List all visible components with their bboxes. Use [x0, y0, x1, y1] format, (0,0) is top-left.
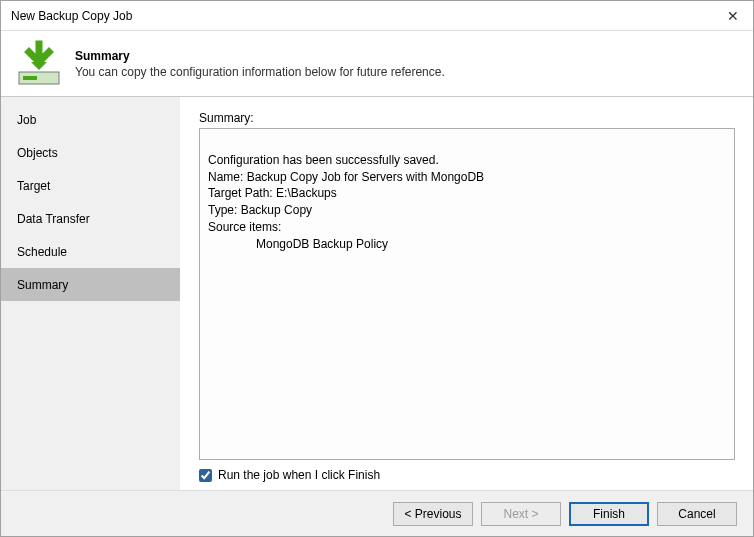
sidebar-item-label: Schedule: [17, 245, 67, 259]
main-panel: Summary: Configuration has been successf…: [181, 97, 753, 490]
previous-button[interactable]: < Previous: [393, 502, 473, 526]
run-on-finish-row: Run the job when I click Finish: [199, 468, 735, 482]
svg-rect-1: [23, 76, 37, 80]
sidebar-item-label: Job: [17, 113, 36, 127]
cancel-button[interactable]: Cancel: [657, 502, 737, 526]
wizard-header: Summary You can copy the configuration i…: [1, 31, 753, 97]
nav-sidebar: Job Objects Target Data Transfer Schedul…: [1, 97, 181, 490]
window-title: New Backup Copy Job: [11, 9, 132, 23]
summary-line: Source items:: [208, 220, 281, 234]
run-on-finish-checkbox[interactable]: [199, 469, 212, 482]
sidebar-item-objects[interactable]: Objects: [1, 136, 180, 169]
sidebar-item-target[interactable]: Target: [1, 169, 180, 202]
summary-line: Target Path: E:\Backups: [208, 186, 337, 200]
sidebar-item-job[interactable]: Job: [1, 103, 180, 136]
sidebar-item-data-transfer[interactable]: Data Transfer: [1, 202, 180, 235]
finish-button[interactable]: Finish: [569, 502, 649, 526]
summary-textbox[interactable]: Configuration has been successfully save…: [199, 128, 735, 460]
page-title: Summary: [75, 49, 739, 63]
close-icon[interactable]: ✕: [713, 2, 753, 30]
wizard-body: Job Objects Target Data Transfer Schedul…: [1, 97, 753, 490]
summary-label: Summary:: [199, 111, 735, 125]
button-bar: < Previous Next > Finish Cancel: [1, 490, 753, 536]
titlebar: New Backup Copy Job ✕: [1, 1, 753, 31]
page-subtitle: You can copy the configuration informati…: [75, 65, 739, 79]
sidebar-item-label: Target: [17, 179, 50, 193]
summary-line: Type: Backup Copy: [208, 203, 312, 217]
header-text-block: Summary You can copy the configuration i…: [75, 49, 739, 79]
sidebar-item-label: Data Transfer: [17, 212, 90, 226]
sidebar-item-schedule[interactable]: Schedule: [1, 235, 180, 268]
sidebar-item-summary[interactable]: Summary: [1, 268, 180, 301]
sidebar-item-label: Summary: [17, 278, 68, 292]
backup-copy-icon: [15, 40, 63, 88]
summary-line: Configuration has been successfully save…: [208, 153, 439, 167]
sidebar-item-label: Objects: [17, 146, 58, 160]
summary-line: Name: Backup Copy Job for Servers with M…: [208, 170, 484, 184]
run-on-finish-label: Run the job when I click Finish: [218, 468, 380, 482]
dialog-window: New Backup Copy Job ✕ Summary You can co…: [0, 0, 754, 537]
next-button: Next >: [481, 502, 561, 526]
summary-line-source-item: MongoDB Backup Policy: [208, 236, 726, 253]
